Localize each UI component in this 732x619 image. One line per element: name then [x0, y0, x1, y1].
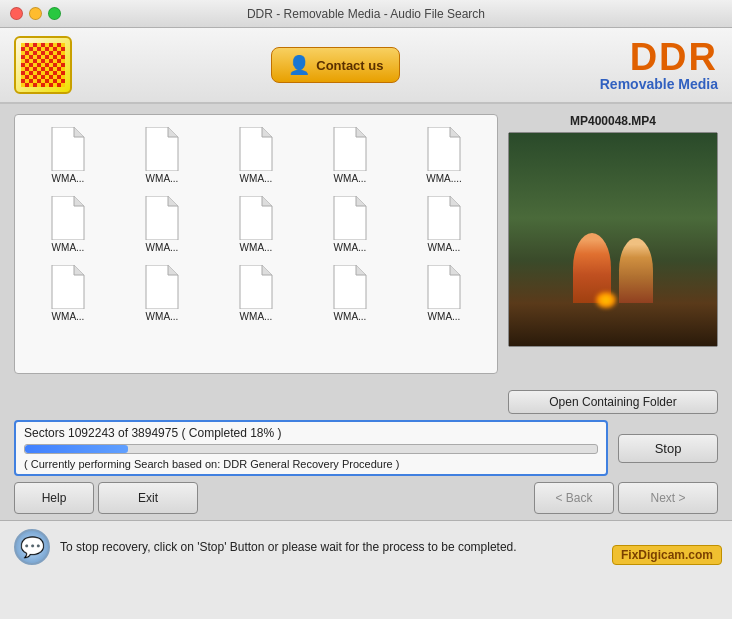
info-message: To stop recovery, click on 'Stop' Button…	[60, 540, 517, 554]
file-label: WMA...	[240, 173, 273, 184]
file-label: WMA...	[146, 242, 179, 253]
window-controls[interactable]	[10, 7, 61, 20]
progress-bar-container	[24, 444, 598, 454]
person-icon: 👤	[288, 54, 310, 76]
file-item[interactable]: WMA...	[399, 192, 489, 257]
file-svg	[50, 196, 86, 240]
help-button[interactable]: Help	[14, 482, 94, 514]
stop-btn-area: Stop	[618, 420, 718, 476]
file-svg	[144, 265, 180, 309]
info-icon: 💬	[14, 529, 50, 565]
file-icon	[50, 196, 86, 240]
file-svg	[332, 196, 368, 240]
file-label: WMA...	[240, 242, 273, 253]
file-icon	[332, 196, 368, 240]
brand: DDR Removable Media	[600, 38, 718, 92]
file-label: WMA...	[146, 311, 179, 322]
progress-bar-fill	[25, 445, 128, 453]
scene	[509, 133, 717, 346]
file-svg	[238, 127, 274, 171]
stop-button[interactable]: Stop	[618, 434, 718, 463]
window-title: DDR - Removable Media - Audio File Searc…	[247, 7, 485, 21]
scene-fire	[596, 292, 616, 308]
file-icon	[332, 127, 368, 171]
file-item[interactable]: WMA...	[305, 123, 395, 188]
bottom-section: Open Containing Folder Sectors 1092243 o…	[0, 384, 732, 520]
file-svg	[144, 196, 180, 240]
exit-button[interactable]: Exit	[98, 482, 198, 514]
file-item[interactable]: WMA...	[23, 261, 113, 326]
file-label: WMA...	[334, 242, 367, 253]
contact-label: Contact us	[316, 58, 383, 73]
contact-button[interactable]: 👤 Contact us	[271, 47, 400, 83]
file-item[interactable]: WMA....	[399, 123, 489, 188]
figure-2	[619, 238, 653, 303]
brand-title: DDR	[600, 38, 718, 76]
open-folder-button[interactable]: Open Containing Folder	[508, 390, 718, 414]
file-icon	[332, 265, 368, 309]
file-label: WMA...	[146, 173, 179, 184]
file-svg	[426, 196, 462, 240]
maximize-button[interactable]	[48, 7, 61, 20]
file-item[interactable]: WMA...	[211, 261, 301, 326]
file-item[interactable]: WMA...	[211, 192, 301, 257]
file-item[interactable]: WMA...	[117, 192, 207, 257]
file-label: WMA...	[334, 173, 367, 184]
preview-image: 🔊 ⏸ ⏮ ⏭	[508, 132, 718, 347]
progress-text: Sectors 1092243 of 3894975 ( Completed 1…	[24, 426, 598, 440]
file-label: WMA...	[334, 311, 367, 322]
nav-spacer	[202, 482, 534, 514]
next-button[interactable]: Next >	[618, 482, 718, 514]
back-button[interactable]: < Back	[534, 482, 614, 514]
file-label: WMA...	[52, 173, 85, 184]
file-label: WMA...	[52, 311, 85, 322]
logo-checkerboard-icon	[21, 43, 65, 87]
file-icon	[144, 127, 180, 171]
file-grid: WMA... WMA... WMA...	[23, 123, 489, 326]
progress-box: Sectors 1092243 of 3894975 ( Completed 1…	[14, 420, 608, 476]
file-item[interactable]: WMA...	[211, 123, 301, 188]
title-bar: DDR - Removable Media - Audio File Searc…	[0, 0, 732, 28]
progress-area: Sectors 1092243 of 3894975 ( Completed 1…	[14, 420, 718, 476]
video-controls: 🔊 ⏸ ⏮ ⏭	[509, 346, 717, 347]
file-icon	[144, 196, 180, 240]
file-item[interactable]: WMA...	[23, 123, 113, 188]
speech-bubble-icon: 💬	[20, 535, 45, 559]
scene-figures	[530, 186, 696, 303]
file-icon	[426, 127, 462, 171]
file-item[interactable]: WMA...	[23, 192, 113, 257]
file-item[interactable]: WMA...	[305, 261, 395, 326]
file-svg	[50, 127, 86, 171]
nav-row: Help Exit < Back Next >	[14, 482, 718, 514]
file-icon	[426, 265, 462, 309]
file-svg	[332, 127, 368, 171]
header: 👤 Contact us DDR Removable Media	[0, 28, 732, 104]
file-icon	[50, 265, 86, 309]
file-icon	[50, 127, 86, 171]
file-svg	[50, 265, 86, 309]
file-item[interactable]: WMA...	[305, 192, 395, 257]
file-svg	[426, 127, 462, 171]
minimize-button[interactable]	[29, 7, 42, 20]
file-label: WMA...	[428, 311, 461, 322]
file-item[interactable]: WMA...	[117, 123, 207, 188]
main-content: WMA... WMA... WMA...	[0, 104, 732, 384]
file-icon	[144, 265, 180, 309]
file-svg	[144, 127, 180, 171]
file-item[interactable]: WMA...	[399, 261, 489, 326]
preview-filename: MP400048.MP4	[508, 114, 718, 128]
app-logo	[14, 36, 72, 94]
preview-panel: MP400048.MP4 🔊 ⏸ ⏮ ⏭	[508, 114, 718, 374]
file-icon	[238, 127, 274, 171]
file-icon	[238, 196, 274, 240]
file-svg	[238, 196, 274, 240]
brand-subtitle: Removable Media	[600, 76, 718, 92]
file-svg	[238, 265, 274, 309]
file-icon	[426, 196, 462, 240]
file-label: WMA...	[52, 242, 85, 253]
close-button[interactable]	[10, 7, 23, 20]
progress-status: ( Currently performing Search based on: …	[24, 458, 598, 470]
file-label: WMA...	[240, 311, 273, 322]
file-svg	[426, 265, 462, 309]
file-item[interactable]: WMA...	[117, 261, 207, 326]
